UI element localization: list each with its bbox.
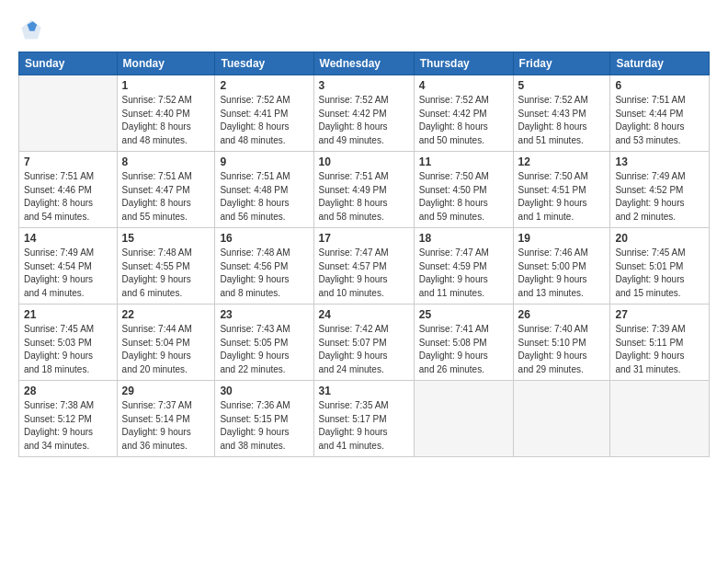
calendar-cell: 8Sunrise: 7:51 AM Sunset: 4:47 PM Daylig… — [117, 152, 215, 228]
day-info: Sunrise: 7:41 AM Sunset: 5:08 PM Dayligh… — [419, 323, 508, 376]
calendar-cell: 25Sunrise: 7:41 AM Sunset: 5:08 PM Dayli… — [414, 304, 513, 381]
calendar-cell: 22Sunrise: 7:44 AM Sunset: 5:04 PM Dayli… — [117, 304, 215, 381]
day-info: Sunrise: 7:51 AM Sunset: 4:47 PM Dayligh… — [122, 170, 210, 224]
day-number: 23 — [220, 308, 308, 321]
calendar-cell — [513, 381, 610, 457]
day-number: 25 — [419, 308, 508, 321]
weekday-header-monday: Monday — [117, 52, 215, 75]
calendar-cell: 4Sunrise: 7:52 AM Sunset: 4:42 PM Daylig… — [414, 75, 513, 152]
week-row-4: 21Sunrise: 7:45 AM Sunset: 5:03 PM Dayli… — [19, 304, 710, 381]
day-info: Sunrise: 7:49 AM Sunset: 4:52 PM Dayligh… — [615, 170, 704, 224]
day-info: Sunrise: 7:51 AM Sunset: 4:49 PM Dayligh… — [319, 170, 409, 224]
day-number: 15 — [122, 232, 210, 245]
day-info: Sunrise: 7:42 AM Sunset: 5:07 PM Dayligh… — [319, 323, 409, 376]
day-number: 7 — [24, 155, 112, 168]
day-number: 9 — [220, 155, 308, 168]
day-info: Sunrise: 7:40 AM Sunset: 5:10 PM Dayligh… — [518, 323, 606, 376]
day-number: 11 — [419, 155, 508, 168]
day-number: 3 — [319, 79, 409, 92]
day-info: Sunrise: 7:47 AM Sunset: 4:57 PM Dayligh… — [319, 247, 409, 300]
day-number: 1 — [122, 79, 210, 92]
calendar-cell: 13Sunrise: 7:49 AM Sunset: 4:52 PM Dayli… — [610, 152, 710, 228]
day-info: Sunrise: 7:49 AM Sunset: 4:54 PM Dayligh… — [24, 247, 112, 300]
calendar-cell: 20Sunrise: 7:45 AM Sunset: 5:01 PM Dayli… — [610, 228, 710, 304]
day-number: 4 — [419, 79, 508, 92]
day-info: Sunrise: 7:51 AM Sunset: 4:44 PM Dayligh… — [615, 94, 704, 147]
day-info: Sunrise: 7:43 AM Sunset: 5:05 PM Dayligh… — [220, 323, 308, 376]
day-info: Sunrise: 7:51 AM Sunset: 4:46 PM Dayligh… — [24, 170, 112, 224]
calendar-cell: 12Sunrise: 7:50 AM Sunset: 4:51 PM Dayli… — [513, 152, 610, 228]
calendar-cell — [610, 381, 710, 457]
day-info: Sunrise: 7:46 AM Sunset: 5:00 PM Dayligh… — [518, 247, 606, 300]
day-number: 12 — [518, 155, 606, 168]
calendar-cell: 29Sunrise: 7:37 AM Sunset: 5:14 PM Dayli… — [117, 381, 215, 457]
day-info: Sunrise: 7:39 AM Sunset: 5:11 PM Dayligh… — [615, 323, 704, 376]
calendar-cell: 1Sunrise: 7:52 AM Sunset: 4:40 PM Daylig… — [117, 75, 215, 152]
day-number: 27 — [615, 308, 704, 321]
calendar-cell: 28Sunrise: 7:38 AM Sunset: 5:12 PM Dayli… — [19, 381, 118, 457]
day-number: 20 — [615, 232, 704, 245]
calendar-cell: 6Sunrise: 7:51 AM Sunset: 4:44 PM Daylig… — [610, 75, 710, 152]
weekday-header-tuesday: Tuesday — [215, 52, 313, 75]
calendar-cell: 10Sunrise: 7:51 AM Sunset: 4:49 PM Dayli… — [313, 152, 414, 228]
day-number: 24 — [319, 308, 409, 321]
weekday-header-saturday: Saturday — [610, 52, 710, 75]
day-info: Sunrise: 7:44 AM Sunset: 5:04 PM Dayligh… — [122, 323, 210, 376]
weekday-header-wednesday: Wednesday — [313, 52, 414, 75]
weekday-header-sunday: Sunday — [19, 52, 118, 75]
calendar-cell: 30Sunrise: 7:36 AM Sunset: 5:15 PM Dayli… — [215, 381, 313, 457]
day-number: 16 — [220, 232, 308, 245]
calendar-cell: 24Sunrise: 7:42 AM Sunset: 5:07 PM Dayli… — [313, 304, 414, 381]
calendar-cell: 15Sunrise: 7:48 AM Sunset: 4:55 PM Dayli… — [117, 228, 215, 304]
logo — [18, 17, 48, 42]
week-row-5: 28Sunrise: 7:38 AM Sunset: 5:12 PM Dayli… — [19, 381, 710, 457]
day-info: Sunrise: 7:52 AM Sunset: 4:43 PM Dayligh… — [518, 94, 606, 147]
day-number: 5 — [518, 79, 606, 92]
day-info: Sunrise: 7:50 AM Sunset: 4:51 PM Dayligh… — [518, 170, 606, 224]
calendar-cell: 31Sunrise: 7:35 AM Sunset: 5:17 PM Dayli… — [313, 381, 414, 457]
week-row-3: 14Sunrise: 7:49 AM Sunset: 4:54 PM Dayli… — [19, 228, 710, 304]
day-info: Sunrise: 7:52 AM Sunset: 4:41 PM Dayligh… — [220, 94, 308, 147]
calendar-cell: 21Sunrise: 7:45 AM Sunset: 5:03 PM Dayli… — [19, 304, 118, 381]
calendar-cell: 14Sunrise: 7:49 AM Sunset: 4:54 PM Dayli… — [19, 228, 118, 304]
day-number: 29 — [122, 385, 210, 397]
day-number: 19 — [518, 232, 606, 245]
day-info: Sunrise: 7:37 AM Sunset: 5:14 PM Dayligh… — [122, 399, 210, 453]
calendar-cell: 11Sunrise: 7:50 AM Sunset: 4:50 PM Dayli… — [414, 152, 513, 228]
day-number: 26 — [518, 308, 606, 321]
calendar-cell: 3Sunrise: 7:52 AM Sunset: 4:42 PM Daylig… — [313, 75, 414, 152]
calendar-cell: 18Sunrise: 7:47 AM Sunset: 4:59 PM Dayli… — [414, 228, 513, 304]
day-info: Sunrise: 7:38 AM Sunset: 5:12 PM Dayligh… — [24, 399, 112, 453]
day-info: Sunrise: 7:48 AM Sunset: 4:55 PM Dayligh… — [122, 247, 210, 300]
calendar-cell: 19Sunrise: 7:46 AM Sunset: 5:00 PM Dayli… — [513, 228, 610, 304]
day-info: Sunrise: 7:50 AM Sunset: 4:50 PM Dayligh… — [419, 170, 508, 224]
day-info: Sunrise: 7:52 AM Sunset: 4:42 PM Dayligh… — [419, 94, 508, 147]
day-number: 30 — [220, 385, 308, 397]
calendar-cell: 17Sunrise: 7:47 AM Sunset: 4:57 PM Dayli… — [313, 228, 414, 304]
header — [18, 17, 710, 42]
day-number: 6 — [615, 79, 704, 92]
calendar-cell — [19, 75, 118, 152]
calendar-cell: 5Sunrise: 7:52 AM Sunset: 4:43 PM Daylig… — [513, 75, 610, 152]
calendar-cell: 23Sunrise: 7:43 AM Sunset: 5:05 PM Dayli… — [215, 304, 313, 381]
weekday-header-thursday: Thursday — [414, 52, 513, 75]
day-number: 2 — [220, 79, 308, 92]
logo-icon — [18, 17, 44, 42]
calendar-cell: 26Sunrise: 7:40 AM Sunset: 5:10 PM Dayli… — [513, 304, 610, 381]
calendar-cell — [414, 381, 513, 457]
day-info: Sunrise: 7:51 AM Sunset: 4:48 PM Dayligh… — [220, 170, 308, 224]
calendar-cell: 16Sunrise: 7:48 AM Sunset: 4:56 PM Dayli… — [215, 228, 313, 304]
day-info: Sunrise: 7:35 AM Sunset: 5:17 PM Dayligh… — [319, 399, 409, 453]
calendar-cell: 27Sunrise: 7:39 AM Sunset: 5:11 PM Dayli… — [610, 304, 710, 381]
day-number: 10 — [319, 155, 409, 168]
day-number: 17 — [319, 232, 409, 245]
day-info: Sunrise: 7:52 AM Sunset: 4:42 PM Dayligh… — [319, 94, 409, 147]
calendar-table: SundayMondayTuesdayWednesdayThursdayFrid… — [18, 52, 710, 457]
day-info: Sunrise: 7:36 AM Sunset: 5:15 PM Dayligh… — [220, 399, 308, 453]
day-info: Sunrise: 7:45 AM Sunset: 5:01 PM Dayligh… — [615, 247, 704, 300]
weekday-header-friday: Friday — [513, 52, 610, 75]
day-number: 22 — [122, 308, 210, 321]
day-number: 18 — [419, 232, 508, 245]
day-info: Sunrise: 7:45 AM Sunset: 5:03 PM Dayligh… — [24, 323, 112, 376]
weekday-header-row: SundayMondayTuesdayWednesdayThursdayFrid… — [19, 52, 710, 75]
